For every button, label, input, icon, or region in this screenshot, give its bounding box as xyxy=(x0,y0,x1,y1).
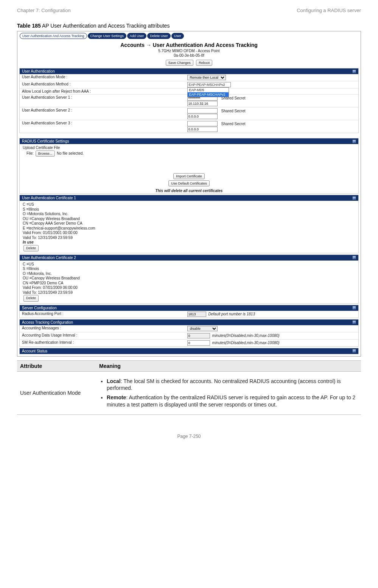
save-changes-button[interactable]: Save Changes xyxy=(166,60,193,66)
collapse-icon[interactable]: − xyxy=(352,140,356,143)
tab-delete-user[interactable]: Delete User xyxy=(147,33,171,39)
allow-local-label: Allow Local Login after Reject from AAA … xyxy=(20,88,186,94)
collapse-icon[interactable]: − xyxy=(352,256,356,259)
auth-method-dropdown: EAP-MD5 EAP-PEAP-MSCHAPv2 xyxy=(187,87,229,97)
file-label: File: xyxy=(26,151,34,155)
shared-secret-label: Shared Secret xyxy=(221,122,246,126)
chapter-label: Chapter 7: Configuration xyxy=(17,8,71,13)
attr-meaning: Local: The local SM is checked for accou… xyxy=(96,371,361,415)
auth-mode-select[interactable]: Remote then Local xyxy=(187,75,226,80)
delete-cert1-button[interactable]: Delete xyxy=(23,245,39,251)
page-number: Page 7-250 xyxy=(17,434,361,439)
collapse-icon[interactable]: − xyxy=(352,349,356,353)
reauth-note: minutes(0=Disabled,min-30,max-10080) xyxy=(212,341,280,345)
collapse-icon[interactable]: − xyxy=(352,320,356,324)
user-auth-cert2-panel: User Authentication Certificate 2− C =US… xyxy=(19,254,359,304)
browse-button[interactable]: Browse... xyxy=(36,150,55,157)
upload-cert-label: Upload Certificate File xyxy=(23,146,355,150)
panel-header: User Authentication xyxy=(22,69,55,73)
tab-bar: User Authentication And Access Tracking … xyxy=(18,32,360,40)
th-meaning: Meaning xyxy=(96,360,361,371)
server3-secret[interactable] xyxy=(187,121,218,126)
reboot-button[interactable]: Reboot xyxy=(196,60,212,66)
attr-name: User Authentication Mode xyxy=(17,371,96,415)
shared-secret-label: Shared Secret xyxy=(221,109,246,113)
tab-add-user[interactable]: Add User xyxy=(127,33,147,39)
user-auth-cert1-panel: User Authentication Certificate 1− C =US… xyxy=(19,195,359,253)
server3-ip[interactable] xyxy=(187,127,218,132)
use-default-certs-button[interactable]: Use Default Certificates xyxy=(168,180,210,186)
acct-messages-label: Accounting Messages : xyxy=(20,325,186,332)
auth-method-label: User Authentication Method : xyxy=(20,81,186,88)
auth-method-option-md5[interactable]: EAP-MD5 xyxy=(188,88,229,92)
collapse-icon[interactable]: − xyxy=(352,196,356,200)
auth-method-option-peap[interactable]: EAP-PEAP-MSCHAPv2 xyxy=(188,92,229,97)
tab-user-auth-tracking[interactable]: User Authentication And Access Tracking xyxy=(20,33,87,39)
server2-ip[interactable] xyxy=(187,114,218,119)
table-caption: Table 185 AP User Authentication and Acc… xyxy=(17,23,361,29)
server-config-panel: Server Configuration− Radius Accounting … xyxy=(19,305,359,318)
server2-secret[interactable] xyxy=(187,108,218,113)
attributes-table: AttributeMeaning User Authentication Mod… xyxy=(17,360,361,415)
server3-label: User Authentication Server 3 : xyxy=(20,120,186,133)
data-usage-note: minutes(0=Disabled,min-30,max-10080) xyxy=(212,334,280,338)
access-tracking-panel: Access Tracking Configuration− Accountin… xyxy=(19,319,359,347)
tab-user[interactable]: User xyxy=(171,33,184,39)
screenshot-container: User Authentication And Access Tracking … xyxy=(17,31,361,357)
auth-mode-label: User Authentication Mode : xyxy=(20,74,186,81)
in-use-label: In use xyxy=(23,240,355,245)
server1-label: User Authentication Server 1 : xyxy=(20,95,186,107)
th-attribute: Attribute xyxy=(17,360,96,371)
panel-header: Account Status xyxy=(22,349,47,353)
delete-warning: This will delete all current certificate… xyxy=(20,189,358,193)
acct-messages-select[interactable]: disable xyxy=(187,326,218,331)
collapse-icon[interactable]: − xyxy=(352,70,356,73)
reauth-interval-label: SM Re-authentication Interval : xyxy=(20,340,186,346)
account-status-panel: Account Status− xyxy=(19,348,359,354)
server2-label: User Authentication Server 2 : xyxy=(20,107,186,120)
page-title: Accounts → User Authentication And Acces… xyxy=(18,42,360,48)
panel-header: Server Configuration xyxy=(22,306,57,310)
radius-port-note: Default port number is 1813 xyxy=(208,312,255,316)
cert1-details: C =USS =IllinoisO =Motorola Solutions, I… xyxy=(20,201,358,253)
tab-change-user-settings[interactable]: Change User Settings xyxy=(88,33,126,39)
panel-header: RADIUS Certificate Settings xyxy=(22,139,69,143)
panel-header: User Authentication Certificate 2 xyxy=(22,256,76,260)
device-model: 5.7GHz MIMO OFDM - Access Point xyxy=(18,49,360,53)
import-certificate-button[interactable]: Import Certificate xyxy=(173,173,205,179)
radius-port-input[interactable] xyxy=(187,312,206,317)
reauth-interval-input[interactable] xyxy=(187,340,210,346)
delete-cert2-button[interactable]: Delete xyxy=(23,295,39,301)
panel-header: User Authentication Certificate 1 xyxy=(22,196,76,200)
auth-method-select[interactable]: EAP-PEAP-MSCHAPv2 xyxy=(187,82,231,87)
section-label: Configuring a RADIUS server xyxy=(297,8,361,13)
panel-header: Access Tracking Configuration xyxy=(22,320,73,324)
collapse-icon[interactable]: − xyxy=(352,306,356,310)
server1-ip[interactable] xyxy=(187,101,218,106)
radius-cert-settings-panel: RADIUS Certificate Settings− Upload Cert… xyxy=(19,138,359,194)
data-usage-interval-label: Accounting Data Usage Interval : xyxy=(20,332,186,339)
data-usage-interval-input[interactable] xyxy=(187,333,210,338)
user-authentication-panel: User Authentication− User Authentication… xyxy=(19,68,359,133)
no-file-selected: No file selected. xyxy=(57,151,84,155)
radius-port-label: Radius Accounting Port : xyxy=(20,311,186,318)
device-mac: 0a-00-3e-bb-05-8f xyxy=(18,53,360,57)
cert2-details: C =USS =IllinoisO =Motorola, Inc.OU =Can… xyxy=(20,261,358,303)
